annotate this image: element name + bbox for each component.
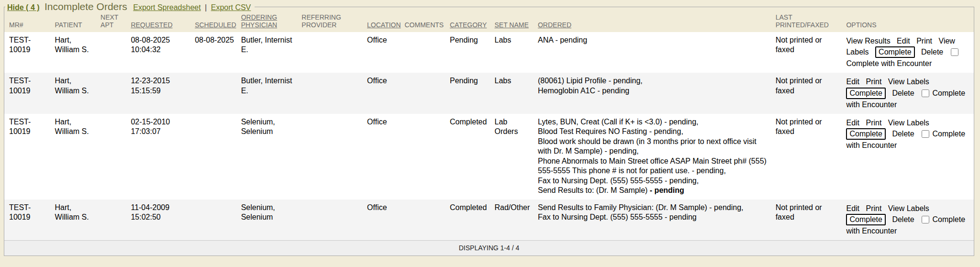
cell-referring-provider bbox=[301, 200, 367, 241]
complete-button[interactable]: Complete bbox=[846, 214, 885, 225]
ordered-text: Fax to Nursing Dept. (555) 555-5555 - pe… bbox=[538, 177, 699, 185]
delete-link[interactable]: Delete bbox=[892, 215, 914, 223]
col-header-set-name: SET NAME bbox=[495, 12, 538, 32]
complete-with-encounter-link[interactable]: Complete with Encounter bbox=[846, 59, 932, 67]
panel-title: Incomplete Orders bbox=[45, 1, 127, 12]
cell-options: View Results Edit Print View Labels Comp… bbox=[846, 32, 974, 73]
delete-link[interactable]: Delete bbox=[892, 130, 914, 138]
cell-ordering-physician: Selenium, Selenium bbox=[241, 200, 302, 241]
view-labels-link[interactable]: View Labels bbox=[888, 204, 929, 212]
ordered-text: Blood Test Requires NO Fasting - pending… bbox=[538, 127, 683, 135]
view-labels-link[interactable]: View Labels bbox=[888, 78, 929, 86]
order-row: TEST-10019Hart, William S.08-08-2025 10:… bbox=[4, 32, 974, 73]
ordered-item: (80061) Lipid Profile - pending, bbox=[538, 76, 772, 86]
order-select-checkbox[interactable] bbox=[922, 89, 929, 97]
ordered-item: Phone Abnormals to Main Street office AS… bbox=[538, 156, 772, 176]
col-header-requested: REQUESTED bbox=[131, 12, 195, 32]
edit-link[interactable]: Edit bbox=[846, 119, 859, 127]
cell-location: Office bbox=[367, 73, 404, 113]
sort-link-ordered[interactable]: ORDERED bbox=[538, 21, 571, 29]
cell-comments bbox=[405, 200, 450, 241]
cell-options: Edit Print View Labels Complete Delete C… bbox=[846, 114, 974, 200]
edit-link[interactable]: Edit bbox=[846, 78, 859, 86]
export-csv-link[interactable]: Export CSV bbox=[211, 3, 251, 11]
view-labels-link[interactable]: View Labels bbox=[888, 119, 929, 127]
cell-patient: Hart, William S. bbox=[55, 200, 101, 241]
col-header-last-printed-faxed: LAST PRINTED/FAXED bbox=[776, 12, 846, 32]
order-row: TEST-10019Hart, William S.02-15-2010 17:… bbox=[4, 114, 974, 200]
cell-set-name: Labs bbox=[495, 32, 538, 73]
print-link[interactable]: Print bbox=[916, 37, 932, 45]
delete-link[interactable]: Delete bbox=[892, 89, 914, 97]
export-spreadsheet-link[interactable]: Export Spreadsheet bbox=[133, 3, 200, 11]
cell-referring-provider bbox=[301, 32, 367, 73]
print-link[interactable]: Print bbox=[866, 204, 882, 212]
ordered-text: Send Results to: (Dr. M Sample) bbox=[538, 186, 650, 194]
sort-link-scheduled[interactable]: SCHEDULED bbox=[195, 21, 236, 29]
edit-link[interactable]: Edit bbox=[897, 37, 910, 45]
cell-set-name: Rad/Other bbox=[495, 200, 538, 241]
col-header-options: OPTIONS bbox=[846, 12, 974, 32]
sort-link-location[interactable]: LOCATION bbox=[367, 21, 401, 29]
paging-row: DISPLAYING 1-4 / 4 bbox=[4, 240, 974, 255]
cell-mr: TEST-10019 bbox=[4, 73, 55, 113]
cell-category: Pending bbox=[450, 32, 495, 73]
order-select-checkbox[interactable] bbox=[922, 216, 929, 223]
cell-patient: Hart, William S. bbox=[55, 114, 101, 200]
sort-link-category[interactable]: CATEGORY bbox=[450, 21, 487, 29]
cell-patient: Hart, William S. bbox=[55, 73, 101, 113]
cell-location: Office bbox=[367, 114, 404, 200]
cell-ordering-physician: Butler, Internist E. bbox=[241, 32, 302, 73]
cell-last-printed-faxed: Not printed or faxed bbox=[776, 73, 846, 113]
cell-patient: Hart, William S. bbox=[55, 32, 101, 73]
ordered-item: Fax to Nursing Dept. (555) 555-5555 - pe… bbox=[538, 176, 772, 186]
order-select-checkbox[interactable] bbox=[922, 130, 929, 138]
incomplete-orders-panel: Hide ( 4 ) Incomplete Orders Export Spre… bbox=[4, 1, 974, 256]
view-results-link[interactable]: View Results bbox=[846, 37, 890, 45]
col-header-ordered: ORDERED bbox=[538, 12, 776, 32]
sort-link-set-name[interactable]: SET NAME bbox=[495, 21, 529, 29]
print-link[interactable]: Print bbox=[866, 119, 882, 127]
ordered-text: ANA - pending bbox=[538, 36, 587, 44]
cell-options: Edit Print View Labels Complete Delete C… bbox=[846, 200, 974, 241]
cell-requested: 02-15-2010 17:03:07 bbox=[131, 114, 195, 200]
print-link[interactable]: Print bbox=[866, 78, 882, 86]
col-header-patient: PATIENT bbox=[55, 12, 101, 32]
sort-link-ordering-physician[interactable]: ORDERING PHYSICIAN bbox=[241, 13, 277, 29]
cell-ordered: Send Results to Family Physician: (Dr. M… bbox=[538, 200, 776, 241]
complete-button[interactable]: Complete bbox=[846, 128, 885, 140]
cell-mr: TEST-10019 bbox=[4, 200, 55, 241]
col-header-referring-provider: REFERRING PROVIDER bbox=[301, 12, 367, 32]
cell-next-apt bbox=[100, 200, 131, 241]
cell-referring-provider bbox=[301, 114, 367, 200]
table-header-row: MR#PATIENTNEXT APTREQUESTEDSCHEDULEDORDE… bbox=[4, 12, 974, 32]
cell-requested: 08-08-2025 10:04:32 bbox=[131, 32, 195, 73]
displaying-count: DISPLAYING 1-4 / 4 bbox=[4, 240, 974, 255]
order-row: TEST-10019Hart, William S.11-04-2009 15:… bbox=[4, 200, 974, 241]
ordered-text: Send Results to Family Physician: (Dr. M… bbox=[538, 203, 744, 211]
ordered-item: Send Results to Family Physician: (Dr. M… bbox=[538, 203, 772, 212]
cell-mr: TEST-10019 bbox=[4, 32, 55, 73]
delete-link[interactable]: Delete bbox=[921, 48, 943, 56]
ordered-text: (80061) Lipid Profile - pending, bbox=[538, 77, 643, 85]
cell-ordering-physician: Butler, Internist E. bbox=[241, 73, 302, 113]
cell-ordered: ANA - pending bbox=[538, 32, 776, 73]
ordered-item: Lytes, BUN, Creat (Call if K+ is <3.0) -… bbox=[538, 117, 772, 127]
ordered-text: Fax to Nursing Dept. (555) 555-5555 - pe… bbox=[538, 213, 697, 221]
complete-button[interactable]: Complete bbox=[846, 88, 885, 99]
ordered-text: - pending bbox=[650, 186, 684, 194]
complete-button[interactable]: Complete bbox=[875, 46, 914, 58]
cell-category: Completed bbox=[450, 200, 495, 241]
cell-ordered: Lytes, BUN, Creat (Call if K+ is <3.0) -… bbox=[538, 114, 776, 200]
hide-toggle-link[interactable]: Hide ( 4 ) bbox=[7, 3, 40, 11]
cell-location: Office bbox=[367, 32, 404, 73]
order-select-checkbox[interactable] bbox=[951, 48, 958, 56]
col-header-scheduled: SCHEDULED bbox=[195, 12, 241, 32]
col-header-category: CATEGORY bbox=[450, 12, 495, 32]
cell-set-name: Labs bbox=[495, 73, 538, 113]
cell-scheduled bbox=[195, 73, 241, 113]
cell-category: Completed bbox=[450, 114, 495, 200]
sort-link-requested[interactable]: REQUESTED bbox=[131, 21, 172, 29]
edit-link[interactable]: Edit bbox=[846, 204, 859, 212]
cell-last-printed-faxed: Not printed or faxed bbox=[776, 200, 846, 241]
